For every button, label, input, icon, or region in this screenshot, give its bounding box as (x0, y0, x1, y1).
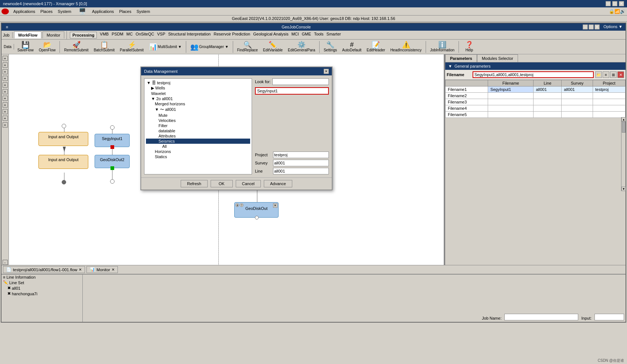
minimize-btn[interactable]: ─ (606, 1, 611, 6)
tree-statics[interactable]: Statics (146, 154, 250, 159)
row4-project[interactable] (593, 105, 626, 112)
tree-wells[interactable]: ▶ Wells (146, 85, 250, 91)
tree-mute[interactable]: Mute (146, 113, 250, 118)
menu-places[interactable]: Places (38, 8, 55, 14)
tree-all001-survey[interactable]: ▼ 2o all001 (146, 96, 250, 101)
menu-psdm[interactable]: PSDM (112, 32, 123, 38)
bottom-tab-flow[interactable]: 📄 testproj/all001/all001/flow1-001.flow … (3, 266, 85, 273)
menu-smarter[interactable]: Smarter (327, 32, 341, 38)
findreplace-btn[interactable]: 🔍 FindReplace (235, 40, 260, 53)
app-max-btn[interactable]: □ (589, 24, 594, 30)
filename-input[interactable] (473, 71, 594, 78)
sidebar-plus-4[interactable]: + (3, 76, 8, 81)
tree-attributes[interactable]: Attributes (146, 133, 250, 139)
scroll-down-btn[interactable]: ▼ (621, 187, 626, 191)
menu-tools[interactable]: Tools (314, 32, 324, 38)
bottom-tree-hanchong[interactable]: ✖ hanchongua7i (1, 291, 82, 296)
tree-all[interactable]: All (146, 144, 250, 149)
table-row[interactable]: Filename5 (446, 112, 626, 118)
scroll-thumb[interactable] (622, 122, 626, 133)
row5-line[interactable] (534, 112, 562, 118)
editheader-btn[interactable]: 📝 EditHeader (365, 40, 387, 53)
bottom-tab-flow-close[interactable]: ✕ (79, 268, 82, 272)
dialog-tree[interactable]: ▼ 🗄 testproj ▶ Wells Wavelet ▼ 2o all001… (144, 78, 252, 174)
tree-seismics[interactable]: Seismics (146, 139, 250, 144)
openflow-btn[interactable]: 📂 OpenFlow (37, 40, 58, 53)
table-row[interactable]: Filename2 (446, 93, 626, 99)
cancel-btn[interactable]: Cancel (236, 180, 261, 187)
table-row[interactable]: Filename1 SegyInput1 all001 all001 testp… (446, 86, 626, 93)
table-row[interactable]: Filename3 (446, 99, 626, 105)
menu-applications[interactable]: Applications (11, 8, 37, 14)
maximize-btn[interactable]: □ (612, 1, 617, 6)
tree-velocities[interactable]: Velocities (146, 118, 250, 123)
batchsubmit-btn[interactable]: 📋 BatchSubmit (92, 40, 117, 53)
settings-btn[interactable]: 🔧 Settings (322, 40, 339, 53)
sidebar-plus-3[interactable]: + (3, 69, 8, 74)
menu-structural[interactable]: Structural Interpretation (168, 32, 211, 38)
bottom-tab-monitor-close[interactable]: ✕ (112, 268, 115, 272)
menu-onsiteqc[interactable]: OnSiteQC (136, 32, 154, 38)
row4-line[interactable] (534, 105, 562, 112)
filename-grid-btn[interactable]: ⊞ (610, 71, 617, 78)
menu-processing[interactable]: Processing (70, 32, 97, 38)
params-scrollbar[interactable]: ▲ ▼ (621, 117, 626, 191)
input-input[interactable] (594, 314, 624, 320)
row3-survey[interactable] (562, 99, 593, 105)
sidebar-plus-7[interactable]: + (3, 96, 8, 101)
app-window-controls[interactable]: ─ □ ✕ Options ▼ (583, 24, 623, 30)
app-min-btn[interactable]: ─ (583, 24, 588, 30)
menu-gme[interactable]: GME (302, 32, 311, 38)
job-name-input[interactable] (504, 314, 578, 320)
row3-line[interactable] (534, 99, 562, 105)
project-input[interactable] (273, 152, 329, 158)
geodiskout-icon2[interactable]: ? (240, 203, 243, 207)
geodiskout-icon1[interactable]: ⏸ (235, 203, 239, 207)
ok-btn[interactable]: OK (211, 180, 233, 187)
filename-delete-btn[interactable]: ✕ (617, 71, 624, 78)
row1-survey[interactable]: all001 (562, 86, 593, 93)
tree-testproj[interactable]: ▼ 🗄 testproj (146, 80, 250, 85)
row5-survey[interactable] (562, 112, 593, 118)
row1-line[interactable]: all001 (534, 86, 562, 93)
row2-project[interactable] (593, 93, 626, 99)
tree-datatable[interactable]: datatable (146, 128, 250, 133)
row2-line[interactable] (534, 93, 562, 99)
sidebar-plus-9[interactable]: + (3, 109, 8, 114)
menu-system2[interactable]: System (134, 8, 152, 14)
filename-list-btn[interactable]: ≡ (603, 71, 609, 78)
multisubmit-btn[interactable]: 📊 MultiSubmit ▼ (147, 42, 184, 51)
menu-vmb[interactable]: VMB (100, 32, 109, 38)
parallelsubmit-btn[interactable]: ⚡ ParallelSubmit (118, 40, 145, 53)
dialog-close-btn[interactable]: ✕ (324, 69, 329, 74)
menu-applications2[interactable]: Applications (90, 8, 116, 14)
tab-workflow[interactable]: WorkFlow (14, 31, 41, 38)
refresh-btn[interactable]: Refresh (181, 180, 208, 187)
params-collapse-arrow[interactable]: ▼ (448, 64, 452, 68)
tab-monitor[interactable]: Monitor (42, 31, 64, 38)
help-btn[interactable]: ❓ Help (461, 40, 477, 53)
groupmanager-btn[interactable]: 👥 GroupManager ▼ (188, 42, 231, 51)
menu-system[interactable]: System (55, 8, 74, 14)
tree-wavelet[interactable]: Wavelet (146, 91, 250, 96)
menu-mc[interactable]: MC (126, 32, 133, 38)
scroll-up-btn[interactable]: ▲ (621, 117, 626, 122)
menu-reservoir[interactable]: Reservoir Prediction (214, 32, 250, 38)
table-row[interactable]: Filename4 (446, 105, 626, 112)
sidebar-plus-1[interactable]: + (3, 56, 8, 61)
tree-horizons[interactable]: Horizons (146, 149, 250, 154)
options-btn[interactable]: Options ▼ (603, 24, 623, 30)
bottom-tree-line-info[interactable]: ≡ Line Information (1, 275, 82, 280)
row2-survey[interactable] (562, 93, 593, 99)
app-icon2[interactable]: 🖥️ (79, 8, 86, 15)
row3-project[interactable] (593, 99, 626, 105)
tab-modules-selector[interactable]: Modules Selector (477, 54, 518, 62)
sidebar-plus-10[interactable]: + (3, 116, 8, 121)
row2-filename[interactable] (488, 93, 534, 99)
row5-filename[interactable] (488, 112, 534, 118)
node-geodiskout2[interactable]: GeoDiskOut2 (95, 155, 130, 168)
close-btn[interactable]: ✕ (619, 1, 624, 6)
row1-filename[interactable]: SegyInput1 (488, 86, 534, 93)
node-io2[interactable]: Input and Output (38, 155, 88, 169)
editgeneralpara-btn[interactable]: ⚙️ EditGeneralPara (286, 40, 317, 53)
